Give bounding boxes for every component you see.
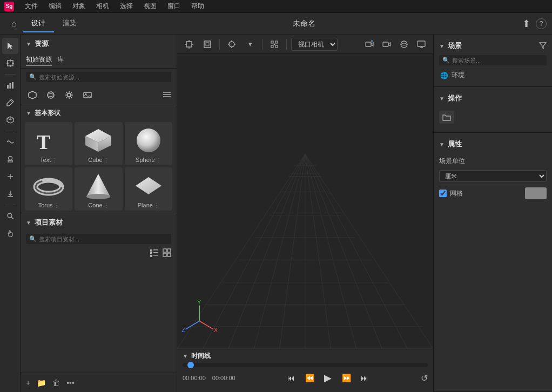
menu-view[interactable]: 视图 — [142, 1, 159, 12]
add-asset-button[interactable]: + — [26, 379, 30, 387]
scene-filter-icon[interactable] — [539, 42, 547, 51]
scene-units-select[interactable]: 厘米 米 毫米 — [439, 170, 547, 182]
title-tabs: ⌂ 设计 渲染 — [5, 15, 85, 32]
asset-search-box[interactable]: 🔍 — [26, 72, 171, 82]
timeline-prev-frame[interactable]: ⏪ — [302, 370, 317, 386]
vp-transform-btn[interactable] — [181, 37, 197, 52]
cat-circle[interactable] — [44, 89, 57, 102]
cat-shapes[interactable] — [26, 89, 39, 102]
tool-brush[interactable] — [2, 94, 18, 111]
shape-plane[interactable]: Plane ⋮ — [125, 167, 172, 211]
vp-screen-btn[interactable] — [414, 37, 429, 52]
shape-cube[interactable]: Cube ⋮ — [75, 122, 122, 165]
cat-image[interactable] — [81, 89, 94, 102]
grid-checkbox[interactable] — [439, 190, 447, 197]
shape-torus[interactable]: Torus ⋮ — [25, 167, 72, 211]
menu-help[interactable]: 帮助 — [189, 1, 206, 12]
vp-arrow-btn[interactable]: ▾ — [243, 37, 258, 52]
vp-anchor-btn[interactable] — [224, 37, 239, 52]
title-bar: ⌂ 设计 渲染 未命名 ⬆ ? — [0, 13, 552, 35]
timeline-playhead[interactable] — [187, 362, 194, 368]
svg-rect-13 — [8, 160, 12, 162]
list-view-toggle[interactable] — [163, 90, 171, 100]
project-search-box[interactable]: 🔍 — [26, 234, 171, 244]
vp-frame-btn[interactable] — [200, 37, 215, 52]
menu-edit[interactable]: 编辑 — [46, 1, 64, 12]
help-button[interactable]: ? — [536, 18, 547, 29]
timeline-skip-end[interactable]: ⏭ — [357, 370, 372, 386]
timeline-next-frame[interactable]: ⏩ — [339, 370, 354, 386]
export-button[interactable]: ⬆ — [522, 18, 530, 30]
tool-hand[interactable] — [2, 225, 18, 241]
vp-snap-btn[interactable] — [267, 37, 282, 52]
svg-marker-46 — [136, 177, 161, 194]
home-button[interactable]: ⌂ — [5, 15, 23, 32]
resources-header[interactable]: ▼ 资源 — [21, 35, 177, 53]
asset-search-input[interactable] — [39, 74, 168, 80]
project-list-view[interactable] — [150, 248, 158, 259]
scene-search-box[interactable]: 🔍 — [439, 55, 547, 65]
folder-button[interactable]: 📁 — [37, 379, 46, 387]
svg-line-30 — [71, 92, 72, 94]
timeline-track[interactable] — [183, 363, 428, 367]
menu-select[interactable]: 选择 — [118, 1, 135, 12]
tool-cube3d[interactable] — [2, 112, 18, 128]
scene-search-input[interactable] — [452, 57, 543, 64]
grid-checkbox-group: 网格 — [439, 189, 463, 198]
tool-transform[interactable] — [2, 55, 18, 71]
camera-select[interactable]: 视口相机 — [291, 38, 338, 51]
grid-color-picker[interactable] — [525, 187, 547, 199]
delete-asset-button[interactable]: 🗑 — [52, 379, 60, 387]
shape-text[interactable]: T Text ⋮ — [25, 122, 72, 165]
svg-rect-54 — [167, 249, 171, 252]
resources-chevron: ▼ — [26, 41, 31, 47]
viewport-3d[interactable]: Z X Y — [177, 54, 433, 349]
tab-design[interactable]: 设计 — [23, 15, 54, 32]
timeline-play-controls: ⏮ ⏪ ▶ ⏩ ⏭ — [284, 370, 372, 386]
ops-folder-button[interactable] — [439, 111, 454, 124]
vp-orbit-btn[interactable] — [396, 37, 412, 52]
tab-initial-assets[interactable]: 初始资源 — [26, 55, 52, 66]
props-chevron: ▼ — [439, 141, 445, 147]
shape-sphere-label: Sphere ⋮ — [136, 157, 161, 163]
cat-star[interactable] — [63, 89, 76, 102]
vp-cam-btn[interactable] — [379, 37, 394, 52]
timeline-header[interactable]: ▼ 时间线 — [177, 349, 433, 363]
menu-camera[interactable]: 相机 — [94, 1, 111, 12]
project-grid-view[interactable] — [163, 248, 171, 259]
svg-point-45 — [86, 194, 110, 199]
svg-point-80 — [401, 41, 407, 48]
tool-select[interactable] — [2, 38, 18, 54]
shape-sphere[interactable]: Sphere ⋮ — [125, 122, 172, 165]
grid-row: 网格 — [439, 187, 547, 199]
tool-download[interactable] — [2, 186, 18, 202]
timeline-skip-start[interactable]: ⏮ — [284, 370, 299, 386]
resources-section: ▼ 资源 初始资源 库 🔍 — [21, 35, 177, 105]
vp-add-cam-btn[interactable] — [362, 37, 377, 52]
more-options-button[interactable]: ••• — [66, 379, 75, 387]
timeline-play[interactable]: ▶ — [320, 370, 335, 386]
tool-add[interactable] — [2, 168, 18, 185]
scene-item-environment[interactable]: 🌐 环境 — [434, 69, 552, 82]
timeline-loop-button[interactable]: ↺ — [421, 373, 428, 383]
menu-file[interactable]: 文件 — [23, 1, 40, 12]
title-right-actions: ⬆ ? — [522, 18, 547, 30]
project-search-input[interactable] — [39, 236, 168, 242]
tool-stats[interactable] — [2, 77, 18, 93]
shape-cube-label: Cube ⋮ — [88, 157, 109, 163]
tool-wave[interactable] — [2, 134, 18, 150]
tool-stamp[interactable] — [2, 151, 18, 167]
tool-zoom[interactable] — [2, 208, 18, 224]
shape-text-label: Text ⋮ — [40, 157, 57, 163]
tab-library[interactable]: 库 — [57, 55, 64, 66]
svg-text:Y: Y — [197, 300, 201, 306]
shape-torus-label: Torus ⋮ — [38, 202, 59, 208]
left-toolbar — [0, 35, 21, 392]
shape-plane-preview — [131, 171, 166, 201]
svg-rect-78 — [383, 42, 388, 46]
menu-object[interactable]: 对象 — [70, 1, 87, 12]
resources-title: 资源 — [35, 39, 49, 49]
shape-cone[interactable]: Cone ⋮ — [75, 167, 122, 211]
tab-render[interactable]: 渲染 — [54, 15, 85, 32]
menu-window[interactable]: 窗口 — [165, 1, 183, 12]
